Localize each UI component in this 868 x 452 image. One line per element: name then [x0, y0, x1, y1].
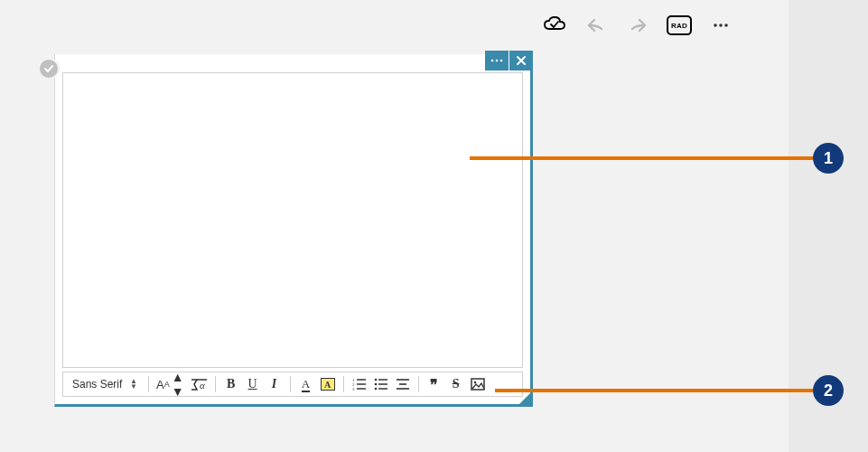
highlight-button[interactable]: A [320, 375, 336, 393]
resize-handle[interactable] [517, 391, 533, 407]
format-toolbar: Sans Serif ▲▼ AA ▲▼ α B U I A A [62, 372, 523, 397]
separator [148, 376, 149, 392]
top-action-bar: RAD [542, 7, 733, 43]
image-button[interactable] [470, 375, 486, 393]
svg-point-1 [719, 24, 723, 27]
status-check-badge[interactable] [40, 60, 58, 78]
text-color-button[interactable]: A [298, 375, 314, 393]
font-size-button[interactable]: AA ▲▼ [156, 375, 184, 393]
unordered-list-button[interactable] [373, 375, 389, 393]
text-editor-panel: Sans Serif ▲▼ AA ▲▼ α B U I A A [54, 54, 533, 407]
ordered-list-button[interactable]: 1 2 3 [351, 375, 368, 393]
chevron-updown-icon: ▲▼ [130, 379, 137, 390]
undo-button[interactable] [583, 13, 609, 38]
panel-options-button[interactable] [485, 51, 509, 71]
cloud-sync-button[interactable] [542, 13, 567, 38]
annotation-line [495, 389, 813, 392]
svg-text:3: 3 [352, 387, 355, 391]
font-family-label: Sans Serif [72, 378, 122, 391]
svg-point-24 [473, 381, 476, 384]
chevron-updown-icon: ▲▼ [172, 370, 184, 399]
svg-point-4 [496, 60, 499, 62]
svg-point-16 [374, 388, 377, 391]
italic-button[interactable]: I [266, 375, 283, 393]
svg-point-15 [374, 383, 377, 386]
separator [215, 376, 216, 392]
svg-point-2 [724, 24, 728, 27]
editor-titlebar [485, 51, 533, 71]
separator [418, 376, 419, 392]
close-button[interactable] [509, 51, 533, 71]
svg-point-3 [491, 60, 494, 62]
svg-text:α: α [200, 380, 205, 391]
svg-point-5 [500, 60, 503, 62]
annotation-number: 2 [813, 375, 844, 406]
align-button[interactable] [395, 375, 411, 393]
quote-button[interactable]: ❞ [426, 375, 443, 393]
rad-mode-button[interactable]: RAD [667, 13, 692, 38]
svg-point-14 [374, 379, 377, 381]
annotation-number-label: 2 [824, 381, 833, 400]
rad-label: RAD [671, 22, 687, 30]
svg-point-0 [714, 24, 717, 27]
editor-content-area[interactable] [62, 72, 523, 368]
underline-button[interactable]: U [245, 375, 261, 393]
annotation-line [470, 156, 813, 160]
annotation-number: 1 [813, 143, 844, 174]
more-menu-button[interactable] [708, 13, 733, 38]
equation-button[interactable]: α [190, 375, 208, 393]
font-family-picker[interactable]: Sans Serif ▲▼ [69, 378, 141, 391]
separator [290, 376, 291, 392]
strikethrough-button[interactable]: S [448, 375, 464, 393]
annotation-number-label: 1 [824, 149, 833, 168]
separator [343, 376, 344, 392]
redo-button[interactable] [625, 13, 650, 38]
bold-button[interactable]: B [223, 375, 239, 393]
